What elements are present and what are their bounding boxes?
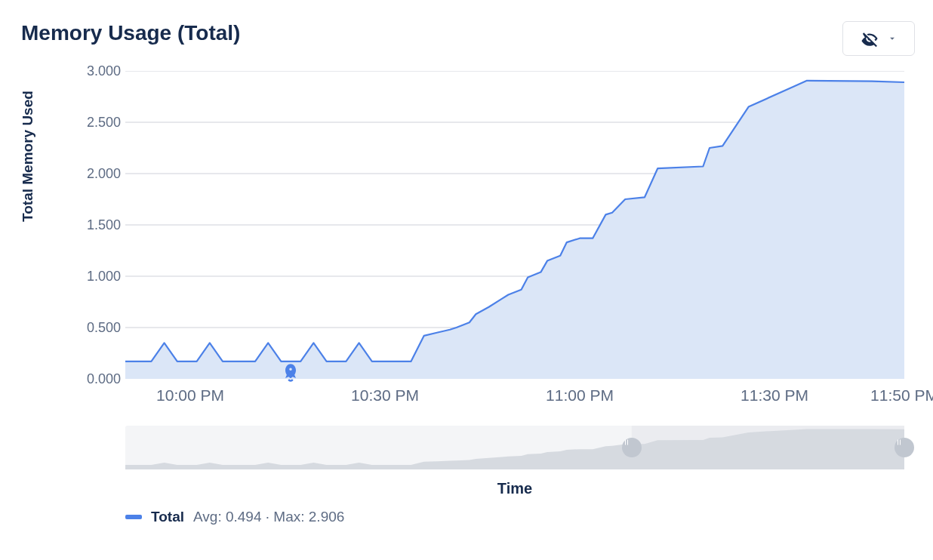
chart-title: Memory Usage (Total) <box>21 21 912 45</box>
legend: Total Avg: 0.494 · Max: 2.906 <box>125 509 344 525</box>
chart-canvas[interactable] <box>125 71 904 379</box>
visibility-off-icon <box>860 29 879 48</box>
chart-panel: Memory Usage (Total) Total Memory Used 0… <box>0 0 933 560</box>
legend-swatch <box>125 515 142 519</box>
chart-settings-button[interactable] <box>842 21 915 56</box>
range-handle-left[interactable] <box>622 438 642 457</box>
x-axis-label: Time <box>125 480 904 497</box>
y-axis-label: Total Memory Used <box>20 91 36 222</box>
range-handle-right[interactable] <box>895 438 914 457</box>
rocket-icon <box>280 362 301 386</box>
chevron-down-icon <box>887 33 898 44</box>
y-tick-labels: 0.0000.5001.0001.5002.0002.5003.000 <box>63 63 121 380</box>
legend-stats: Avg: 0.494 · Max: 2.906 <box>193 509 344 525</box>
legend-series-name: Total <box>151 509 184 525</box>
range-minimap[interactable] <box>125 426 904 469</box>
